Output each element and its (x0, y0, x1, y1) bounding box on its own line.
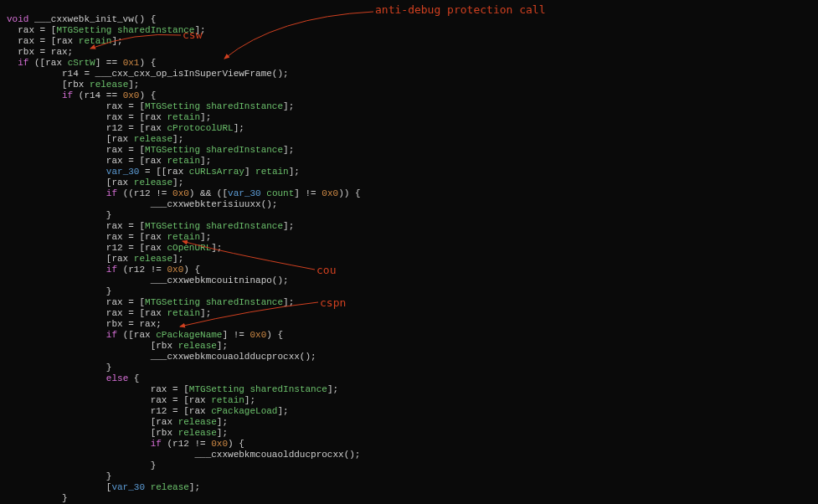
code-line: if ([rax cPackageName] != 0x0) { (7, 330, 283, 340)
code-line: [var_30 release]; (7, 482, 200, 492)
code-line: ___cxxwebkmcouaoldducprocxx(); (7, 450, 360, 460)
code-line: } (7, 460, 156, 471)
code-line: r12 = [rax cOpenURL]; (7, 243, 222, 253)
code-line: } (7, 493, 68, 503)
code-line: rax = [rax retain]; (7, 36, 123, 46)
code-line: rax = [rax retain]; (7, 308, 211, 318)
code-line: rax = [rax retain]; (7, 156, 211, 166)
code-line: else { (7, 373, 139, 383)
code-line: } (7, 471, 111, 481)
code-line: rax = [MTGSetting sharedInstance]; (7, 25, 206, 35)
code-line: rax = [MTGSetting sharedInstance]; (7, 101, 294, 111)
code-line: [rbx release]; (7, 428, 228, 438)
code-line: } (7, 210, 111, 220)
code-line: [rbx release]; (7, 80, 139, 90)
code-line: if (r12 != 0x0) { (7, 439, 244, 449)
code-line: ___cxxwebkmcouitninapo(); (7, 275, 289, 285)
code-line: rax = [rax retain]; (7, 395, 255, 405)
code-line: ___cxxwebkterisiuuxx(); (7, 199, 277, 209)
code-line: r12 = [rax cProtocolURL]; (7, 123, 244, 133)
code-line: [rax release]; (7, 254, 183, 264)
code-line: r12 = [rax cPackageLoad]; (7, 406, 289, 416)
keyword-void: void (7, 14, 28, 24)
code-line: if ([rax cSrtW] == 0x1) { (7, 58, 156, 68)
code-line: if ((r12 != 0x0) && ([var_30 count] != 0… (7, 188, 361, 198)
code-line: rax = [rax retain]; (7, 232, 211, 242)
code-line: rbx = rax; (7, 47, 73, 57)
code-line: rax = [MTGSetting sharedInstance]; (7, 384, 338, 394)
code-line: [rax release]; (7, 177, 183, 188)
code-line: } (7, 286, 111, 296)
code-line: rax = [MTGSetting sharedInstance]; (7, 297, 294, 307)
code-line: if (r14 == 0x0) { (7, 90, 156, 100)
code-line: ___cxxwebkmcouaoldducprocxx(); (7, 352, 316, 362)
code-line: [rbx release]; (7, 341, 228, 351)
code-line: void ___cxxwebk_init_vw() { (7, 14, 156, 24)
code-line: } (7, 363, 111, 373)
code-line: rbx = rax; (7, 319, 162, 329)
code-line: var_30 = [[rax cURLsArray] retain]; (7, 167, 300, 177)
code-line: [rax release]; (7, 134, 183, 144)
code-line: r14 = ___cxx_cxx_op_isInSuperViewFrame()… (7, 69, 289, 79)
code-line: [rax release]; (7, 417, 228, 427)
code-line: rax = [MTGSetting sharedInstance]; (7, 145, 294, 155)
code-line: if (r12 != 0x0) { (7, 265, 200, 275)
decompiled-code-view: void ___cxxwebk_init_vw() { rax = [MTGSe… (0, 0, 818, 504)
code-line: rax = [rax retain]; (7, 112, 211, 122)
code-line: rax = [MTGSetting sharedInstance]; (7, 221, 294, 231)
